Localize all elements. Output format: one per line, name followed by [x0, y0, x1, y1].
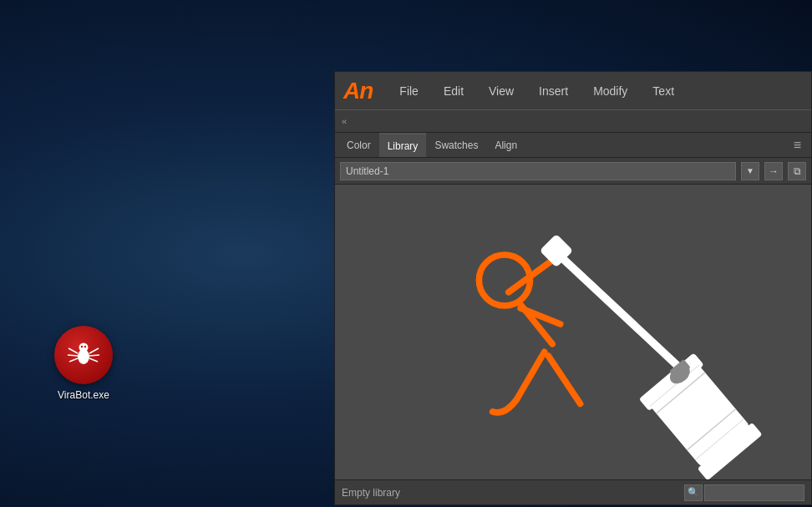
dropdown-arrow-icon[interactable]: ▼	[741, 162, 759, 180]
tab-align[interactable]: Align	[486, 133, 525, 157]
svg-line-9	[89, 358, 98, 362]
new-symbol-button[interactable]: ⧉	[788, 162, 806, 180]
svg-line-4	[69, 348, 78, 353]
menu-insert[interactable]: Insert	[534, 81, 573, 101]
svg-line-14	[516, 352, 544, 399]
svg-line-16	[559, 255, 680, 368]
svg-point-2	[81, 346, 83, 347]
bottom-bar: Empty library 🔍	[335, 479, 811, 504]
menu-modify[interactable]: Modify	[588, 81, 632, 101]
pin-button[interactable]: →	[764, 162, 783, 180]
search-icon: 🔍	[684, 484, 703, 501]
menu-file[interactable]: File	[394, 81, 424, 101]
menu-text[interactable]: Text	[647, 81, 679, 101]
animation-canvas	[335, 185, 811, 479]
tabs-row: Color Library Swatches Align ≡	[335, 133, 811, 158]
desktop-icon-virabot[interactable]: ViraBot.exe	[50, 326, 117, 401]
svg-line-6	[69, 358, 78, 362]
virabot-label: ViraBot.exe	[58, 389, 109, 401]
tab-color[interactable]: Color	[338, 133, 379, 157]
svg-line-15	[548, 356, 580, 403]
svg-point-3	[84, 346, 86, 347]
menu-view[interactable]: View	[484, 81, 519, 101]
menu-bar: An File Edit View Insert Modify Text	[335, 72, 811, 109]
app-window: An File Edit View Insert Modify Text « C…	[334, 71, 812, 505]
search-input[interactable]	[704, 484, 804, 501]
virabot-icon-image	[54, 326, 113, 384]
panel-collapse-button[interactable]: «	[342, 116, 347, 126]
tab-swatches[interactable]: Swatches	[426, 133, 486, 157]
panel-menu-icon[interactable]: ≡	[787, 138, 808, 153]
svg-line-7	[89, 348, 99, 353]
canvas-area	[335, 185, 811, 479]
svg-point-1	[79, 343, 89, 352]
menu-edit[interactable]: Edit	[439, 81, 469, 101]
content-wrapper: « Color Library Swatches Align ≡ ▼ → ⧉	[335, 109, 811, 504]
tab-library[interactable]: Library	[379, 133, 427, 157]
empty-library-label: Empty library	[342, 487, 400, 499]
library-dropdown[interactable]	[340, 162, 736, 180]
svg-line-8	[89, 355, 99, 356]
library-controls: ▼ → ⧉	[335, 158, 811, 185]
spider-icon	[65, 337, 102, 373]
svg-line-5	[68, 355, 78, 356]
panel-header: «	[335, 109, 811, 133]
app-logo: An	[343, 78, 373, 104]
